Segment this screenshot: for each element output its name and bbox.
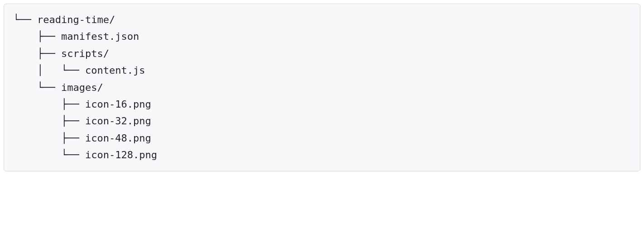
tree-line-icon-16: ├── icon-16.png (13, 96, 631, 113)
tree-line-scripts: ├── scripts/ (13, 45, 631, 62)
tree-line-root: └── reading-time/ (13, 11, 631, 28)
tree-line-content-js: │ └── content.js (13, 62, 631, 79)
tree-line-images: └── images/ (13, 79, 631, 96)
tree-line-icon-32: ├── icon-32.png (13, 113, 631, 129)
tree-line-manifest: ├── manifest.json (13, 28, 631, 45)
tree-line-icon-128: └── icon-128.png (13, 146, 631, 163)
file-tree-block: └── reading-time/ ├── manifest.json ├── … (4, 4, 640, 171)
tree-line-icon-48: ├── icon-48.png (13, 130, 631, 146)
